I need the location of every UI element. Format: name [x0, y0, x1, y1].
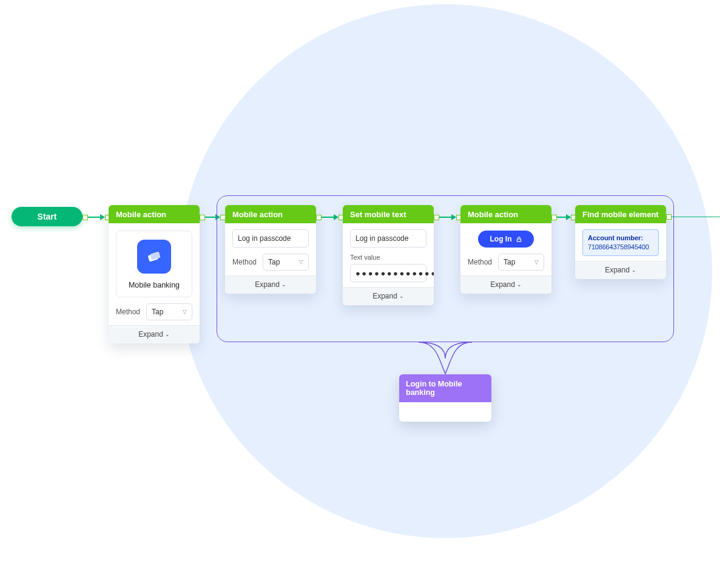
start-label: Start — [38, 212, 57, 221]
expand-button[interactable]: Expand⌄ — [225, 275, 316, 294]
connector — [434, 214, 462, 220]
expand-button[interactable]: Expand⌄ — [575, 261, 666, 279]
expand-button[interactable]: Expand⌄ — [343, 287, 434, 305]
expand-label: Expand — [372, 292, 397, 300]
node-find-mobile-element[interactable]: Find mobile element Account number: 7108… — [575, 205, 666, 279]
chevron-down-icon: ⌄ — [281, 282, 286, 288]
chevron-down-icon: ⌄ — [632, 267, 636, 273]
target-element: Log in passcode — [232, 229, 309, 248]
chevron-down-icon: ▽ — [183, 309, 187, 315]
expand-label: Expand — [605, 266, 630, 274]
chevron-down-icon: ⌄ — [399, 293, 404, 299]
node-title: Mobile action — [225, 205, 316, 223]
method-label: Method — [468, 258, 492, 266]
textvalue-label: Text value — [350, 254, 426, 261]
login-button-preview: Log In — [478, 231, 534, 248]
connector — [83, 214, 110, 220]
svg-rect-2 — [517, 239, 521, 241]
expand-button[interactable]: Expand⌄ — [109, 325, 200, 343]
svg-rect-1 — [150, 252, 160, 260]
expand-label: Expand — [138, 330, 163, 339]
method-select[interactable]: Tap ▽ — [498, 254, 544, 271]
group-label-card[interactable]: Login to Mobile banking — [399, 374, 491, 422]
method-label: Method — [116, 308, 140, 316]
lock-icon — [516, 236, 522, 243]
method-value: Tap — [152, 308, 163, 316]
flow-canvas: Start Mobile action Mobile banking Metho… — [0, 0, 728, 563]
expand-label: Expand — [255, 280, 280, 289]
login-button-label: Log In — [490, 235, 512, 243]
node-title: Set mobile text — [343, 205, 434, 223]
app-tile: Mobile banking — [116, 231, 192, 297]
method-value: Tap — [268, 258, 280, 266]
expand-button[interactable]: Expand⌄ — [460, 275, 551, 294]
chevron-down-icon: ▽ — [534, 259, 539, 265]
connector — [666, 214, 720, 220]
method-label: Method — [232, 258, 257, 266]
text-value-field: ●●●●●●●●●●●●●● — [350, 264, 426, 282]
method-value: Tap — [504, 258, 515, 266]
start-node[interactable]: Start — [12, 207, 83, 226]
connector — [316, 214, 344, 220]
group-label: Login to Mobile banking — [399, 374, 491, 402]
connector — [551, 214, 576, 220]
account-info-preview: Account number: 71086643758945400 — [582, 229, 659, 256]
node-title: Find mobile element — [575, 205, 666, 223]
node-title: Mobile action — [460, 205, 551, 223]
group-label-body — [399, 402, 491, 422]
chevron-down-icon: ⌄ — [165, 331, 170, 337]
account-label: Account number: — [588, 234, 653, 243]
group-tail — [419, 340, 472, 377]
node-mobile-action-tap-passcode[interactable]: Mobile action Log in passcode Method Tap… — [225, 205, 316, 294]
chevron-down-icon: ⌄ — [517, 282, 522, 288]
method-select[interactable]: Tap ▽ — [263, 254, 309, 271]
app-name: Mobile banking — [129, 281, 180, 289]
target-element: Log in passcode — [350, 229, 426, 248]
account-number: 71086643758945400 — [588, 243, 649, 251]
node-mobile-action-login[interactable]: Mobile action Log In Method Tap ▽ Expand… — [460, 205, 551, 294]
node-title: Mobile action — [109, 205, 200, 223]
node-set-mobile-text[interactable]: Set mobile text Log in passcode Text val… — [343, 205, 434, 305]
app-icon — [137, 240, 171, 274]
expand-label: Expand — [490, 280, 515, 289]
chevron-down-icon: ▽ — [299, 259, 303, 265]
node-mobile-action-app[interactable]: Mobile action Mobile banking Method Tap … — [109, 205, 200, 343]
method-select[interactable]: Tap ▽ — [146, 303, 192, 320]
